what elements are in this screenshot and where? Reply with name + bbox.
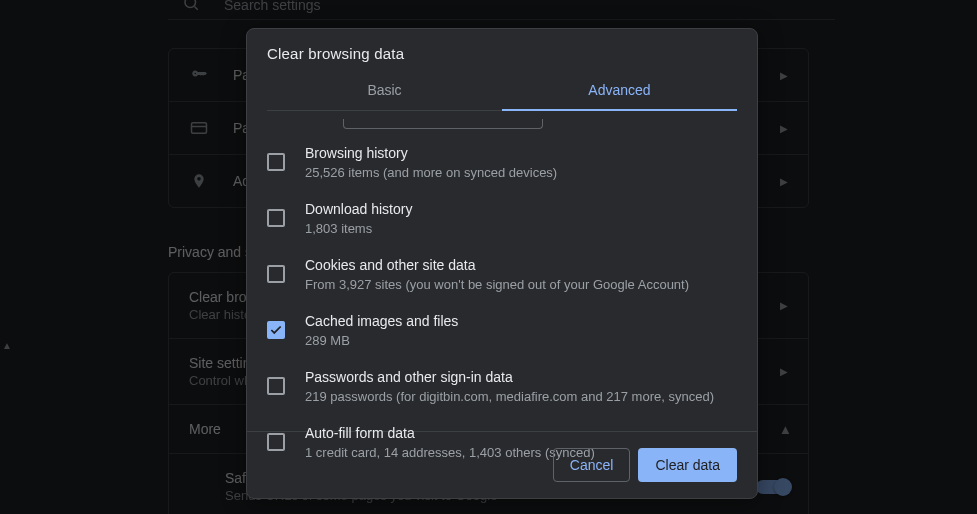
- checkbox-cached-images[interactable]: [267, 321, 285, 339]
- checkbox-subtitle: 1,803 items: [305, 219, 412, 239]
- time-range-dropdown-partial[interactable]: [343, 119, 543, 129]
- tab-basic[interactable]: Basic: [267, 70, 502, 110]
- checkbox-title: Browsing history: [305, 143, 557, 163]
- checkbox-subtitle: 289 MB: [305, 331, 458, 351]
- checkbox-row-passwords[interactable]: Passwords and other sign-in data219 pass…: [247, 359, 757, 415]
- checkbox-row-download-history[interactable]: Download history1,803 items: [247, 191, 757, 247]
- checkbox-passwords[interactable]: [267, 377, 285, 395]
- tab-advanced[interactable]: Advanced: [502, 70, 737, 110]
- checkbox-subtitle: 25,526 items (and more on synced devices…: [305, 163, 557, 183]
- checkbox-title: Cookies and other site data: [305, 255, 689, 275]
- clear-data-button[interactable]: Clear data: [638, 448, 737, 482]
- checkbox-row-browsing-history[interactable]: Browsing history25,526 items (and more o…: [247, 135, 757, 191]
- dialog-body: Browsing history25,526 items (and more o…: [247, 111, 757, 431]
- checkbox-subtitle: 1 credit card, 14 addresses, 1,403 other…: [305, 443, 595, 463]
- dialog-title: Clear browsing data: [267, 45, 737, 62]
- clear-browsing-data-dialog: Clear browsing data Basic Advanced Brows…: [246, 28, 758, 499]
- checkbox-title: Cached images and files: [305, 311, 458, 331]
- checkbox-subtitle: 219 passwords (for digitbin.com, mediafi…: [305, 387, 714, 407]
- checkbox-title: Download history: [305, 199, 412, 219]
- checkbox-cookies[interactable]: [267, 265, 285, 283]
- checkbox-row-cookies[interactable]: Cookies and other site dataFrom 3,927 si…: [247, 247, 757, 303]
- checkbox-browsing-history[interactable]: [267, 153, 285, 171]
- checkbox-row-cached-images[interactable]: Cached images and files289 MB: [247, 303, 757, 359]
- dialog-tabs: Basic Advanced: [267, 70, 737, 111]
- checkbox-download-history[interactable]: [267, 209, 285, 227]
- cancel-button[interactable]: Cancel: [553, 448, 631, 482]
- checkbox-title: Auto-fill form data: [305, 423, 595, 443]
- checkbox-autofill[interactable]: [267, 433, 285, 451]
- checkbox-title: Passwords and other sign-in data: [305, 367, 714, 387]
- checkbox-subtitle: From 3,927 sites (you won't be signed ou…: [305, 275, 689, 295]
